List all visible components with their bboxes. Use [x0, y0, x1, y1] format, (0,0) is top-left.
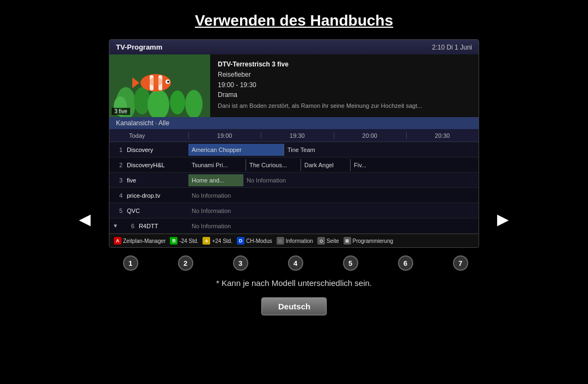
preview-desc: Dani ist am Boden zerstört, als Ramon ih…	[218, 102, 471, 110]
callout-3: 3	[233, 255, 248, 271]
preview-image: 3 five	[109, 54, 210, 117]
footer-note: * Kann je nach Modell unterschiedlich se…	[0, 278, 588, 288]
channel-num: 6	[125, 223, 134, 229]
btn-prog-badge: ⊞	[344, 237, 351, 245]
tv-guide-header: TV-Programm 2:10 Di 1 Juni	[109, 40, 479, 54]
channel-col-1: 1 Discovery	[109, 147, 188, 153]
program-block[interactable]: Tine Team	[284, 144, 366, 156]
channel-col-5: 5 QVC	[109, 208, 188, 214]
footer-item-programmierung[interactable]: ⊞ Programmierung	[344, 237, 393, 245]
channel-num: 4	[113, 192, 122, 199]
channel-col-4: 4 price-drop.tv	[109, 192, 188, 199]
table-row[interactable]: 1 Discovery American Chopper Tine Team	[109, 142, 479, 157]
footer-label: -24 Std.	[179, 238, 198, 244]
channel-name: R4DTT	[139, 223, 185, 229]
channel-num: 3	[113, 177, 122, 184]
lang-button[interactable]: Deutsch	[261, 297, 327, 315]
footer-label: +24 Std.	[212, 238, 232, 244]
program-block[interactable]: Tsunami Pri...	[188, 159, 246, 171]
btn-plus-badge: +	[203, 237, 210, 245]
program-block-no-info[interactable]: No Information	[188, 220, 479, 232]
channel-name: DiscoveryH&L	[127, 162, 185, 168]
channel-num: 1	[113, 147, 122, 153]
footer-label: Information	[286, 238, 313, 244]
tv-guide: TV-Programm 2:10 Di 1 Juni	[109, 39, 479, 248]
table-row[interactable]: 2 DiscoveryH&L Tsunami Pri... The Curiou…	[109, 157, 479, 173]
callout-2: 2	[178, 255, 193, 271]
btn-d-badge: D	[237, 237, 244, 245]
footer-item-zeitplan[interactable]: A Zeitplan-Manager	[114, 237, 166, 245]
footer-label: Zeitplan-Manager	[123, 238, 166, 244]
time-2030: 20:30	[406, 132, 479, 139]
footer-label: Programmierung	[353, 238, 393, 244]
time-header-row: Today 19:00 19:30 20:00 20:30	[109, 129, 479, 142]
channel-view-bar: Kanalansicht · Alle	[109, 117, 479, 129]
time-slots: 19:00 19:30 20:00 20:30	[188, 132, 479, 139]
svg-point-2	[134, 87, 150, 114]
svg-point-5	[185, 90, 203, 117]
preview-channel: DTV-Terrestrisch 3 five	[218, 60, 471, 69]
channel-col-6: ▼ 6 R4DTT	[109, 223, 188, 229]
callout-numbers: 1 2 3 4 5 6 7	[112, 255, 479, 271]
table-row[interactable]: 5 QVC No Information	[109, 203, 479, 218]
channel-name: five	[127, 177, 185, 184]
page-title: Verwenden des Handbuchs	[0, 0, 588, 39]
table-row[interactable]: ▼ 6 R4DTT No Information	[109, 218, 479, 234]
callout-7: 7	[453, 255, 468, 271]
programs-area-6: No Information	[188, 218, 479, 233]
nav-right-arrow[interactable]: ▶	[497, 210, 509, 228]
btn-info-badge: □	[277, 237, 284, 245]
svg-point-4	[170, 90, 185, 114]
btn-b-badge: B	[170, 237, 177, 245]
guide-grid: Today 19:00 19:30 20:00 20:30 1 Discover…	[109, 129, 479, 234]
program-block[interactable]: Fiv...	[351, 159, 383, 171]
footer-label: CH-Modus	[246, 238, 272, 244]
callout-1: 1	[123, 255, 138, 271]
preview-genre: Drama	[218, 90, 471, 100]
channel-num: 5	[113, 208, 122, 214]
program-block-no-info[interactable]: No Information	[243, 174, 347, 186]
channel-name: Discovery	[127, 147, 185, 153]
channel-col-2: 2 DiscoveryH&L	[109, 162, 188, 168]
preview-info: DTV-Terrestrisch 3 five Reisefieber 19:0…	[210, 54, 479, 117]
footer-item-seite[interactable]: ◇ Seite	[317, 237, 339, 245]
programs-area-4: No Information	[188, 188, 479, 203]
programs-area-2: Tsunami Pri... The Curious... Dark Angel…	[188, 157, 479, 172]
program-block-no-info[interactable]: No Information	[188, 190, 479, 202]
callout-5: 5	[343, 255, 358, 271]
footer-label: Seite	[327, 238, 339, 244]
footer-item-plus24[interactable]: + +24 Std.	[203, 237, 232, 245]
program-block[interactable]: Dark Angel	[301, 159, 350, 171]
tv-guide-title: TV-Programm	[116, 43, 162, 51]
btn-a-badge: A	[114, 237, 121, 245]
program-block[interactable]: Home and...	[188, 174, 243, 186]
channel-col-3: 3 five	[109, 177, 188, 184]
nav-left-arrow[interactable]: ◀	[79, 210, 91, 228]
channel-arrow-icon: ▼	[113, 223, 118, 229]
footer-item-minus24[interactable]: B -24 Std.	[170, 237, 198, 245]
time-1930: 19:30	[261, 132, 333, 139]
callout-4: 4	[288, 255, 303, 271]
footer-item-information[interactable]: □ Information	[277, 237, 313, 245]
program-block[interactable]: The Curious...	[246, 159, 301, 171]
channel-num: 2	[113, 162, 122, 168]
table-row[interactable]: 3 five Home and... No Information	[109, 173, 479, 188]
preview-show: Reisefieber	[218, 70, 471, 80]
program-block[interactable]: American Chopper	[188, 144, 284, 156]
callout-6: 6	[398, 255, 413, 271]
channel-name: QVC	[127, 208, 185, 214]
programs-area-3: Home and... No Information	[188, 173, 479, 187]
footer-bar: A Zeitplan-Manager B -24 Std. + +24 Std.…	[109, 234, 479, 247]
preview-channel-label: 3 five	[112, 108, 130, 115]
footer-item-chmodus[interactable]: D CH-Modus	[237, 237, 272, 245]
programs-area-5: No Information	[188, 203, 479, 218]
table-row[interactable]: 4 price-drop.tv No Information	[109, 188, 479, 203]
time-2000: 20:00	[334, 132, 406, 139]
channel-name: price-drop.tv	[127, 192, 185, 199]
programs-area-1: American Chopper Tine Team	[188, 142, 479, 157]
tv-guide-time: 2:10 Di 1 Juni	[432, 44, 472, 51]
today-label: Today	[109, 132, 188, 139]
preview-section: 3 five DTV-Terrestrisch 3 five Reisefieb…	[109, 54, 479, 117]
btn-seite-badge: ◇	[317, 237, 325, 245]
program-block-no-info[interactable]: No Information	[188, 205, 479, 217]
